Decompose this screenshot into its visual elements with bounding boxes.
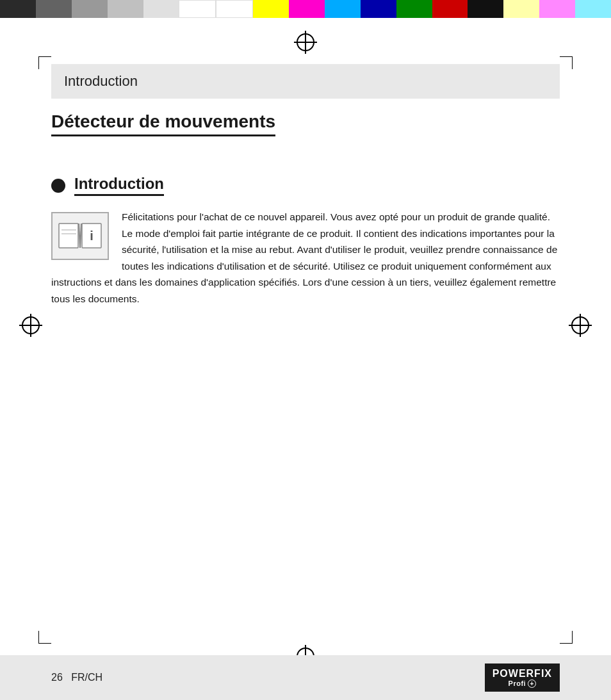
- color-strip-16: [539, 0, 575, 18]
- svg-text:i: i: [90, 229, 94, 243]
- intro-heading-text: Introduction: [74, 175, 164, 196]
- bullet-dot: [51, 179, 65, 193]
- color-strip-13: [432, 0, 468, 18]
- color-strip-17: [575, 0, 611, 18]
- color-strip-1: [0, 0, 36, 18]
- color-strip-12: [396, 0, 432, 18]
- color-strip-10: [325, 0, 361, 18]
- color-strip-4: [108, 0, 143, 18]
- corner-mark-tl: [38, 56, 51, 69]
- color-bar: [0, 0, 611, 18]
- color-strip-7: [216, 0, 253, 18]
- color-strip-5: [143, 0, 179, 18]
- svg-rect-0: [59, 224, 78, 248]
- registration-mark-top: [294, 31, 317, 54]
- color-strip-11: [361, 0, 396, 18]
- intro-section: Introduction i: [51, 175, 560, 307]
- svg-line-3: [80, 224, 81, 248]
- page-number: 26 FR/CH: [51, 672, 102, 683]
- brand-logo: POWERFIX Profi +: [485, 663, 560, 692]
- color-strip-9: [289, 0, 325, 18]
- registration-mark-left: [19, 314, 42, 337]
- color-strip-8: [253, 0, 289, 18]
- main-title: Détecteur de mouvements: [51, 111, 275, 136]
- color-strip-6: [179, 0, 216, 18]
- intro-content: i Félicitations pour l'achat de ce nouve…: [51, 209, 560, 307]
- book-icon-wrapper: i: [51, 212, 109, 260]
- footer: 26 FR/CH POWERFIX Profi +: [0, 655, 611, 700]
- color-strip-14: [468, 0, 503, 18]
- book-icon: i: [51, 212, 109, 260]
- book-svg: i: [58, 218, 102, 254]
- corner-mark-bl: [38, 631, 51, 644]
- intro-body-text: Félicitations pour l'achat de ce nouvel …: [51, 209, 560, 307]
- section-header-title: Introduction: [64, 73, 138, 89]
- brand-name: POWERFIX: [493, 667, 552, 680]
- intro-heading: Introduction: [51, 175, 560, 196]
- corner-mark-tr: [560, 56, 573, 69]
- main-content: Introduction Détecteur de mouvements Int…: [51, 64, 560, 642]
- main-title-container: Détecteur de mouvements: [51, 111, 560, 156]
- color-strip-2: [36, 0, 72, 18]
- registration-mark-right: [569, 314, 592, 337]
- section-header: Introduction: [51, 64, 560, 99]
- plus-icon: +: [528, 680, 536, 688]
- color-strip-15: [503, 0, 539, 18]
- color-strip-3: [72, 0, 108, 18]
- corner-mark-br: [560, 631, 573, 644]
- brand-sub: Profi +: [509, 680, 537, 688]
